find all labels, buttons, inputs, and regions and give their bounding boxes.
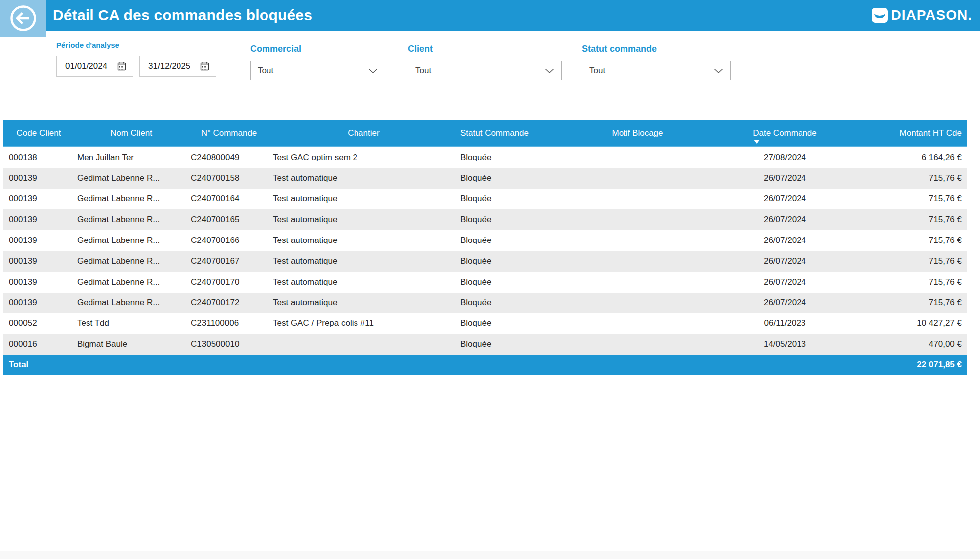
filter-client: Client Tout bbox=[408, 44, 562, 80]
horizontal-scrollbar-track[interactable] bbox=[0, 551, 980, 559]
back-arrow-icon bbox=[9, 4, 38, 33]
table-cell: C231100006 bbox=[188, 313, 270, 334]
calendar-icon[interactable] bbox=[200, 61, 210, 71]
table-cell: 000139 bbox=[3, 272, 75, 293]
table-cell: 000016 bbox=[3, 334, 75, 355]
table-total-row: Total 22 071,85 € bbox=[3, 355, 967, 375]
table-cell: 000138 bbox=[3, 147, 75, 168]
table-cell: Men Juillan Ter bbox=[75, 147, 188, 168]
table-cell: Gedimat Labenne R... bbox=[75, 189, 188, 210]
table-row[interactable]: 000139Gedimat Labenne R...C240700170Test… bbox=[3, 272, 967, 293]
table-cell: 000052 bbox=[3, 313, 75, 334]
column-header-code-client[interactable]: Code Client bbox=[3, 120, 75, 146]
table-cell: 14/05/2013 bbox=[722, 334, 848, 355]
table-body: 000138Men Juillan TerC240800049Test GAC … bbox=[3, 147, 967, 355]
table-cell: 715,76 € bbox=[848, 251, 967, 272]
table-cell: Test automatique bbox=[270, 209, 457, 230]
column-header-no-commande[interactable]: N° Commande bbox=[188, 120, 270, 146]
calendar-icon[interactable] bbox=[117, 61, 127, 71]
diapason-logo-icon bbox=[872, 8, 888, 23]
table-row[interactable]: 000139Gedimat Labenne R...C240700164Test… bbox=[3, 189, 967, 210]
table-row[interactable]: 000052Test TddC231100006Test GAC / Prepa… bbox=[3, 313, 967, 334]
table-cell bbox=[553, 147, 722, 168]
table-row[interactable]: 000139Gedimat Labenne R...C240700165Test… bbox=[3, 209, 967, 230]
table-cell bbox=[270, 334, 457, 355]
table-row[interactable]: 000016Bigmat BauleC130500010Bloquée14/05… bbox=[3, 334, 967, 355]
table-cell bbox=[553, 209, 722, 230]
table-cell: C240700165 bbox=[188, 209, 270, 230]
table-cell: Gedimat Labenne R... bbox=[75, 272, 188, 293]
table-cell: Test automatique bbox=[270, 189, 457, 210]
total-value: 22 071,85 € bbox=[848, 355, 967, 375]
table-cell: C240800049 bbox=[188, 147, 270, 168]
table-cell: Test Tdd bbox=[75, 313, 188, 334]
table-cell: Bloquée bbox=[457, 147, 553, 168]
back-button[interactable] bbox=[0, 0, 46, 37]
column-header-nom-client[interactable]: Nom Client bbox=[75, 120, 188, 146]
table-cell: 000139 bbox=[3, 209, 75, 230]
table-cell: 470,00 € bbox=[848, 334, 967, 355]
table-cell: Bloquée bbox=[457, 189, 553, 210]
date-to-value: 31/12/2025 bbox=[148, 61, 190, 71]
commercial-dropdown[interactable]: Tout bbox=[250, 61, 385, 80]
table-cell: C240700166 bbox=[188, 230, 270, 251]
filter-periode-label: Période d'analyse bbox=[56, 41, 216, 49]
table-cell: Bloquée bbox=[457, 209, 553, 230]
date-to-input[interactable]: 31/12/2025 bbox=[139, 56, 216, 77]
table-cell: Test GAC / Prepa colis #11 bbox=[270, 313, 457, 334]
column-header-date-commande[interactable]: Date Commande bbox=[722, 120, 848, 146]
table-cell: 715,76 € bbox=[848, 230, 967, 251]
table-cell: C240700167 bbox=[188, 251, 270, 272]
table-cell: Bloquée bbox=[457, 272, 553, 293]
statut-dropdown[interactable]: Tout bbox=[582, 61, 731, 80]
table-cell: Bloquée bbox=[457, 293, 553, 314]
table-cell: C240700170 bbox=[188, 272, 270, 293]
table-row[interactable]: 000139Gedimat Labenne R...C240700158Test… bbox=[3, 168, 967, 189]
table-cell: Bloquée bbox=[457, 168, 553, 189]
table-cell: Bigmat Baule bbox=[75, 334, 188, 355]
table-row[interactable]: 000139Gedimat Labenne R...C240700166Test… bbox=[3, 230, 967, 251]
client-dropdown[interactable]: Tout bbox=[408, 61, 562, 80]
client-dropdown-value: Tout bbox=[415, 66, 431, 76]
table-cell: 000139 bbox=[3, 251, 75, 272]
column-header-statut-commande[interactable]: Statut Commande bbox=[457, 120, 553, 146]
table-cell: Gedimat Labenne R... bbox=[75, 230, 188, 251]
diapason-logo: DIAPASON. bbox=[872, 0, 973, 31]
table-cell: Bloquée bbox=[457, 251, 553, 272]
chevron-down-icon bbox=[714, 68, 723, 74]
table-cell bbox=[553, 334, 722, 355]
filter-statut: Statut commande Tout bbox=[582, 44, 731, 80]
table-header-row: Code Client Nom Client N° Commande Chant… bbox=[3, 120, 967, 147]
table-cell: Gedimat Labenne R... bbox=[75, 251, 188, 272]
column-header-chantier[interactable]: Chantier bbox=[270, 120, 457, 146]
table-row[interactable]: 000138Men Juillan TerC240800049Test GAC … bbox=[3, 147, 967, 168]
chevron-down-icon bbox=[545, 68, 554, 74]
column-header-montant-ht[interactable]: Montant HT Cde bbox=[848, 120, 967, 146]
table-cell: Test automatique bbox=[270, 251, 457, 272]
table-row[interactable]: 000139Gedimat Labenne R...C240700172Test… bbox=[3, 293, 967, 314]
orders-table: Code Client Nom Client N° Commande Chant… bbox=[3, 120, 967, 375]
column-header-motif-blocage[interactable]: Motif Blocage bbox=[553, 120, 722, 146]
sort-desc-icon bbox=[754, 140, 760, 144]
filter-statut-label: Statut commande bbox=[582, 44, 731, 54]
table-cell: Test automatique bbox=[270, 272, 457, 293]
table-cell: C240700164 bbox=[188, 189, 270, 210]
table-cell: 715,76 € bbox=[848, 189, 967, 210]
table-cell: 10 427,27 € bbox=[848, 313, 967, 334]
table-cell: C240700172 bbox=[188, 293, 270, 314]
app-header-bar: Détail CA des commandes bloquées DIAPASO… bbox=[0, 0, 980, 31]
date-from-input[interactable]: 01/01/2024 bbox=[56, 56, 133, 77]
table-row[interactable]: 000139Gedimat Labenne R...C240700167Test… bbox=[3, 251, 967, 272]
table-cell: 26/07/2024 bbox=[722, 272, 848, 293]
table-cell: Bloquée bbox=[457, 230, 553, 251]
table-cell: 000139 bbox=[3, 230, 75, 251]
table-cell bbox=[553, 230, 722, 251]
table-cell: C130500010 bbox=[188, 334, 270, 355]
filter-commercial-label: Commercial bbox=[250, 44, 385, 54]
table-cell: 26/07/2024 bbox=[722, 251, 848, 272]
filter-commercial: Commercial Tout bbox=[250, 44, 385, 80]
table-cell: 715,76 € bbox=[848, 272, 967, 293]
table-cell: 26/07/2024 bbox=[722, 209, 848, 230]
table-cell: Gedimat Labenne R... bbox=[75, 209, 188, 230]
table-cell bbox=[553, 272, 722, 293]
